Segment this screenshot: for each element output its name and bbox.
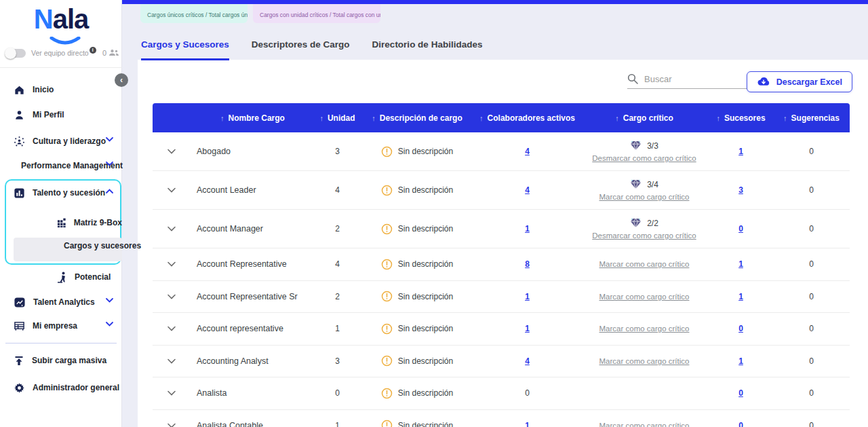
critical-ratio: 3/3 <box>647 141 658 151</box>
search-input[interactable] <box>644 74 732 84</box>
critical-action-link[interactable]: Marcar como cargo crítico <box>599 193 690 201</box>
sidebar-item-talento-y-sucesion[interactable]: Talento y sucesión <box>0 185 122 201</box>
row-expander[interactable] <box>153 358 190 364</box>
sidebar-item-mi-perfil[interactable]: Mi Perfil <box>0 107 122 123</box>
info-icon[interactable]: i <box>90 47 96 54</box>
direct-team-toggle[interactable] <box>5 49 26 58</box>
successors-link[interactable]: 0 <box>738 224 743 234</box>
successors-link[interactable]: 3 <box>738 185 743 195</box>
tab-descriptores-de-cargo[interactable]: Descriptores de Cargo <box>252 39 350 60</box>
successors-link[interactable]: 0 <box>738 421 743 427</box>
row-expander[interactable] <box>153 390 190 396</box>
successors-link[interactable]: 1 <box>738 292 743 301</box>
cargo-name: Accounting Analyst <box>190 356 315 366</box>
tab-cargos-y-sucesores[interactable]: Cargos y Sucesores <box>141 39 229 60</box>
active-collaborators: 1 <box>475 324 580 333</box>
sidebar-item-performance-management[interactable]: Performance Management <box>0 157 122 174</box>
chevron-down-icon[interactable] <box>106 137 113 142</box>
sidebar-item-mi-empresa[interactable]: Mi empresa <box>0 318 122 334</box>
row-expander[interactable] <box>153 261 190 267</box>
chevron-down-icon[interactable] <box>167 423 176 427</box>
chevron-down-icon[interactable] <box>106 162 113 166</box>
successors-link[interactable]: 0 <box>738 324 743 333</box>
active-collaborators-link[interactable]: 8 <box>525 259 530 269</box>
upload-icon <box>14 355 24 367</box>
row-expander[interactable] <box>153 326 190 331</box>
active-collaborators-link[interactable]: 1 <box>525 224 530 234</box>
sidebar-item-inicio[interactable]: Inicio <box>0 81 122 98</box>
successors-link[interactable]: 1 <box>738 259 743 269</box>
sidebar-collapse-button[interactable]: ‹ <box>115 73 128 87</box>
header-nombre-cargo[interactable]: ↑Nombre Cargo <box>190 113 315 123</box>
critical-action-link[interactable]: Marcar como cargo crítico <box>599 357 690 365</box>
successors-cell: 0 <box>709 224 773 234</box>
active-collaborators-link[interactable]: 4 <box>525 147 530 156</box>
table-row: Abogado3Sin descripción43/3Desmarcar com… <box>153 132 850 171</box>
critical-action-link[interactable]: Marcar como cargo crítico <box>599 293 690 301</box>
sidebar-item-potencial[interactable]: Potencial <box>0 269 122 285</box>
critical-action-link[interactable]: Desmarcar como cargo crítico <box>592 154 696 162</box>
sidebar-item-administrador-general[interactable]: Administrador general <box>0 379 122 396</box>
critical-action-link[interactable]: Marcar como cargo crítico <box>599 260 690 268</box>
chevron-down-icon[interactable] <box>167 294 176 299</box>
sidebar-item-cultura-y-liderazgo[interactable]: Cultura y liderazgo <box>0 133 122 149</box>
active-collaborators-link[interactable]: 4 <box>525 185 530 195</box>
unit-count: 3 <box>315 356 359 366</box>
chevron-down-icon[interactable] <box>167 261 176 267</box>
cargo-name: Account Representative <box>190 259 315 269</box>
header-colaboradores[interactable]: ↑Colaboradores activos <box>475 113 580 123</box>
critical-action-link[interactable]: Marcar como cargo crítico <box>599 422 690 427</box>
header-sucesores[interactable]: ↑Sucesores <box>709 113 773 123</box>
description-status: Sin descripción <box>359 388 475 399</box>
unit-count: 1 <box>315 421 359 427</box>
cargo-name: Account Manager <box>190 224 315 234</box>
chevron-up-icon[interactable] <box>106 189 113 193</box>
active-collaborators-link[interactable]: 1 <box>525 421 530 427</box>
header-unidad[interactable]: ↑Unidad <box>315 113 359 123</box>
active-collaborators-link[interactable]: 4 <box>525 356 530 366</box>
successors-link[interactable]: 1 <box>738 356 743 366</box>
chevron-down-icon[interactable] <box>167 390 176 396</box>
chevron-down-icon[interactable] <box>167 358 176 364</box>
tab-bar: Cargos y Sucesores Descriptores de Cargo… <box>141 39 482 60</box>
row-expander[interactable] <box>153 187 190 193</box>
critical-action-link[interactable]: Marcar como cargo crítico <box>599 324 690 333</box>
team-count: 0 <box>102 49 119 57</box>
sidebar-item-subir-carga-masiva[interactable]: Subir carga masiva <box>0 352 122 369</box>
successors-cell: 1 <box>709 292 773 301</box>
warning-icon <box>381 259 393 270</box>
chevron-down-icon[interactable] <box>106 322 113 327</box>
row-expander[interactable] <box>153 226 190 231</box>
table-row: Accounting Analyst3Sin descripción4Marca… <box>153 346 850 378</box>
header-sugerencias[interactable]: ↑Sugerencias <box>773 113 850 123</box>
row-expander[interactable] <box>153 423 190 427</box>
sidebar-item-matriz-9-box[interactable]: Matriz 9-Box <box>0 215 122 231</box>
stat-label: Cargos con unidad críticos / Total cargo… <box>253 12 380 18</box>
cargo-name: Account Representative Sr <box>190 292 315 301</box>
download-excel-button[interactable]: Descargar Excel <box>747 71 852 92</box>
active-collaborators-link[interactable]: 1 <box>525 292 530 301</box>
warning-icon <box>381 185 393 196</box>
row-expander[interactable] <box>153 294 190 299</box>
table-row: Account Leader4Sin descripción43/4Marcar… <box>153 171 850 210</box>
header-cargo-critico[interactable]: ↑Cargo crítico <box>580 113 709 123</box>
description-status: Sin descripción <box>359 355 475 367</box>
successors-link[interactable]: 1 <box>738 147 743 156</box>
tab-directorio-de-habilidades[interactable]: Directorio de Habilidades <box>372 39 483 60</box>
row-expander[interactable] <box>153 149 190 154</box>
description-status: Sin descripción <box>359 223 475 235</box>
chevron-down-icon[interactable] <box>106 298 113 303</box>
header-descripcion[interactable]: ↑Descripción de cargo <box>359 113 475 123</box>
sidebar-item-talent-analytics[interactable]: Talent Analytics <box>0 294 122 310</box>
unit-count: 4 <box>315 185 359 195</box>
chevron-down-icon[interactable] <box>167 226 176 231</box>
critical-action-link[interactable]: Desmarcar como cargo crítico <box>592 231 696 240</box>
chevron-down-icon[interactable] <box>167 149 176 154</box>
successors-link[interactable]: 0 <box>738 388 743 398</box>
chevron-down-icon[interactable] <box>167 187 176 193</box>
chevron-down-icon[interactable] <box>167 326 176 331</box>
unit-count: 3 <box>315 147 359 156</box>
sidebar-item-cargos-y-sucesores[interactable]: Cargos y sucesores <box>0 238 122 254</box>
active-collaborators-link[interactable]: 1 <box>525 324 530 333</box>
unit-count: 1 <box>315 324 359 333</box>
